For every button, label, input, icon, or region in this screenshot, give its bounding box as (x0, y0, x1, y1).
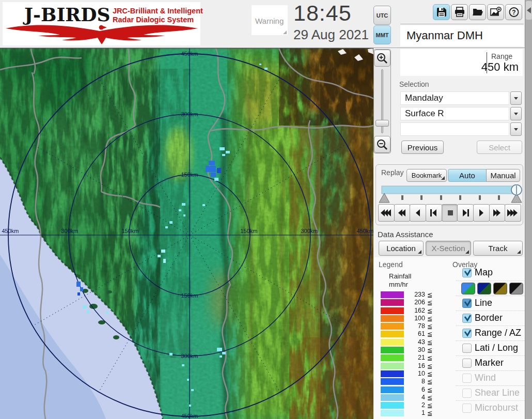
capture-icon (490, 7, 502, 18)
checkbox[interactable] (462, 329, 472, 338)
svg-text:300km: 300km (301, 228, 318, 234)
mmt-button[interactable]: MMT (373, 25, 391, 44)
warning-box[interactable]: Warning (252, 5, 288, 35)
replay-timeline[interactable] (378, 184, 523, 203)
lte-sign: ≦ (427, 299, 432, 306)
stop-button[interactable] (442, 204, 458, 222)
forward-button[interactable] (489, 204, 506, 222)
step-forward-button[interactable] (457, 204, 474, 222)
fast-rewind-button[interactable] (378, 204, 395, 222)
checkbox[interactable] (462, 299, 472, 308)
step-back-button[interactable] (426, 204, 442, 222)
zoom-in-button[interactable] (374, 50, 390, 67)
range-label: Range (491, 52, 512, 60)
overlay-item-range-az: Range / AZ (456, 325, 525, 340)
x-section-button[interactable]: X-Section (426, 241, 471, 256)
zoom-slider-thumb[interactable] (375, 120, 389, 127)
track-button[interactable]: Track (473, 241, 523, 256)
legend-swatch (381, 370, 404, 377)
selection-label: Selection (399, 80, 429, 88)
previous-button[interactable]: Previous (401, 141, 444, 154)
legend-unit-1: Rainfall (389, 272, 411, 280)
legend-unit-2: mm/hr (389, 281, 408, 288)
checkbox[interactable] (462, 359, 472, 368)
open-button[interactable] (469, 4, 486, 20)
help-button[interactable]: ? (505, 4, 522, 20)
overlay-item-lati-long: Lati / Long (456, 340, 525, 355)
svg-text:450km: 450km (356, 228, 373, 234)
zoom-out-button[interactable] (374, 136, 390, 153)
back-icon (412, 209, 424, 217)
checkbox[interactable] (462, 389, 472, 398)
product-combo-button[interactable] (510, 107, 522, 120)
select-button[interactable]: Select (477, 141, 522, 154)
overlay-item-label: Map (475, 267, 493, 278)
step-forward-icon (459, 209, 472, 217)
extra-combo[interactable] (400, 122, 509, 136)
lte-sign: ≦ (427, 370, 432, 378)
lte-sign: ≦ (427, 307, 432, 315)
lte-sign: ≦ (427, 315, 432, 322)
timeline-start-marker[interactable] (379, 193, 389, 203)
legend-swatch (381, 354, 404, 361)
checkbox[interactable] (462, 374, 472, 383)
save-button[interactable] (433, 4, 450, 20)
legend-value: 43 (406, 338, 425, 346)
radar-map[interactable]: 450km 300km 150km 150km 300km 450km 450k… (0, 48, 373, 419)
print-button[interactable] (451, 4, 468, 20)
replay-group: Replay Bookmark Auto Manual (375, 164, 523, 225)
legend-value: 61 (406, 330, 425, 337)
lte-sign: ≦ (427, 386, 432, 394)
header-divider (400, 24, 524, 24)
checkbox[interactable] (462, 404, 472, 413)
clock-date: 29 Aug 2021 (293, 27, 369, 43)
checkbox[interactable] (462, 268, 472, 277)
checkbox[interactable] (462, 344, 472, 353)
svg-text:450km: 450km (181, 51, 198, 57)
fast-forward-button[interactable] (505, 204, 521, 222)
site-combo-button[interactable] (510, 91, 522, 105)
legend-value: 162 (406, 307, 425, 314)
play-button[interactable] (473, 204, 490, 222)
map-style-black-gray[interactable] (509, 283, 523, 294)
fast-forward-icon (507, 209, 519, 217)
lte-sign: ≦ (427, 378, 432, 385)
auto-button[interactable]: Auto (448, 169, 487, 182)
manual-button[interactable]: Manual (486, 169, 520, 182)
capture-button[interactable] (487, 4, 504, 20)
panel-collapse-tab[interactable] (526, 1, 532, 20)
rewind-icon (396, 209, 409, 217)
legend-value: 78 (406, 322, 425, 330)
legend-swatch (381, 331, 404, 337)
extra-combo-button[interactable] (510, 122, 522, 136)
legend-swatch (381, 299, 404, 306)
svg-text:150km: 150km (181, 292, 198, 299)
overlay-item-microburst: Microburst (456, 400, 525, 415)
app-logo: J-BIRDS JRC-Brilliant & IntelligentRadar… (3, 2, 200, 45)
site-combo[interactable]: Mandalay (400, 91, 509, 105)
map-style-navy-darkgreen[interactable] (477, 283, 491, 294)
back-button[interactable] (410, 204, 426, 222)
product-combo[interactable]: Surface R (400, 107, 509, 120)
legend-swatch (381, 307, 404, 314)
legend-swatch (381, 347, 404, 353)
rewind-button[interactable] (394, 204, 411, 222)
checkbox[interactable] (462, 314, 472, 323)
location-button[interactable]: Location (379, 241, 424, 256)
overlay-item-shear-line: Shear Line (456, 385, 525, 400)
utc-button[interactable]: UTC (373, 6, 391, 25)
overlay-item-label: Microburst (475, 402, 518, 413)
legend-value: 2 (406, 401, 425, 409)
map-style-blue-green[interactable] (461, 283, 475, 294)
map-style-black-olive[interactable] (493, 283, 507, 294)
legend-value: 30 (406, 346, 425, 353)
warning-label: Warning (255, 17, 284, 25)
legend-value: 233 (406, 291, 425, 298)
panel-scroll-strip[interactable] (525, 0, 532, 419)
legend-value: 21 (406, 354, 425, 361)
lte-sign: ≦ (427, 291, 432, 299)
svg-text:150km: 150km (240, 228, 257, 234)
legend-swatch (381, 378, 404, 385)
bookmark-button[interactable]: Bookmark (406, 169, 447, 182)
zoom-slider[interactable] (374, 67, 390, 135)
